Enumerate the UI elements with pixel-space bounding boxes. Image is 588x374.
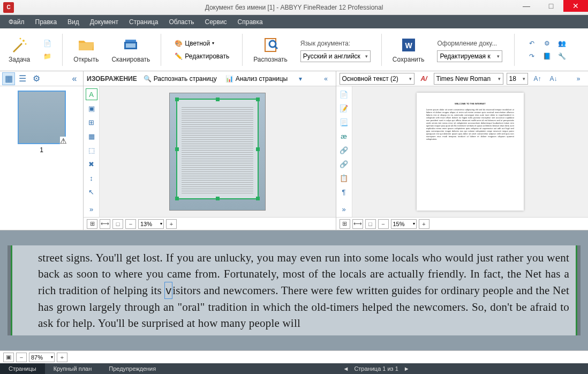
close-button[interactable]: ✕ <box>563 0 588 12</box>
table-area-tool[interactable]: ⊞ <box>86 116 97 128</box>
new-doc-icon[interactable]: 📄 <box>43 39 51 48</box>
palette-icon: 🎨 <box>174 39 183 48</box>
txt-tool-special[interactable]: æ <box>338 130 350 142</box>
txt-tool-2[interactable]: 📝 <box>338 102 350 114</box>
prev-page[interactable]: ◄ <box>343 365 349 372</box>
expand-tools[interactable]: » <box>86 203 97 215</box>
txt-fit-width[interactable]: ⟷ <box>352 219 363 229</box>
image-view[interactable] <box>100 86 336 217</box>
txt-fit-page[interactable]: ⊞ <box>340 219 350 229</box>
fit-width-btn[interactable]: ⟷ <box>100 219 110 229</box>
shrink-font-button[interactable]: A↓ <box>547 72 560 85</box>
scan-button[interactable]: Сканировать <box>107 34 154 65</box>
zoom-out-img[interactable]: − <box>125 219 136 229</box>
txt-tool-5[interactable]: 🔗 <box>338 158 350 170</box>
closeup-view[interactable]: street signs. You'll get lost. If you ar… <box>0 230 588 350</box>
uncertain-char[interactable]: v <box>164 282 172 299</box>
svg-rect-4 <box>125 40 136 42</box>
menu-area[interactable]: Область <box>163 16 199 28</box>
zoom-txt-select[interactable]: 15% <box>391 219 417 229</box>
delete-area-tool[interactable]: ✖ <box>86 158 97 170</box>
zoom-in-txt[interactable]: + <box>419 219 429 229</box>
open-button[interactable]: Открыть <box>69 34 103 65</box>
menu-document[interactable]: Документ <box>85 16 124 28</box>
recognize-page-button[interactable]: 🔍Распознать страницу <box>141 73 219 85</box>
undo-button[interactable]: ↶ <box>525 37 538 50</box>
redo-button[interactable]: ↷ <box>525 50 538 63</box>
edit-image-button[interactable]: ✏️Редактировать <box>172 50 231 62</box>
task-button[interactable]: Задача <box>4 34 34 65</box>
maximize-button[interactable]: □ <box>539 0 563 12</box>
menu-file[interactable]: Файл <box>3 16 30 28</box>
grow-font-button[interactable]: A↑ <box>531 72 544 85</box>
menu-tools[interactable]: Сервис <box>200 16 232 28</box>
recognize-small-icon: 🔍 <box>144 74 152 83</box>
status-tab-warnings[interactable]: Предупреждения <box>100 363 164 374</box>
txt-tool-6[interactable]: 📋 <box>338 172 350 184</box>
image-side-toolbar: A ▣ ⊞ ▦ ⬚ ✖ ↕ ↖ » <box>84 86 100 217</box>
thumb-list-view[interactable]: ☰ <box>16 72 29 85</box>
zoom-out-txt[interactable]: − <box>378 219 389 229</box>
language-dropdown[interactable]: Русский и английск <box>300 50 371 62</box>
menu-view[interactable]: Вид <box>62 16 85 28</box>
save-button[interactable]: W Сохранить <box>388 34 429 65</box>
page-indicator: Страница 1 из 1 <box>354 365 398 372</box>
txt-tool-4[interactable]: 🔗 <box>338 144 350 156</box>
collapse-image[interactable]: « <box>320 72 333 85</box>
text-view[interactable]: WELCOME TO THE INTERNET Lorem ipsum dolo… <box>352 86 589 217</box>
menu-edit[interactable]: Правка <box>30 16 63 28</box>
analyze-page-button[interactable]: 📊Анализ страницы <box>223 73 290 85</box>
recognize-icon <box>262 36 279 54</box>
zoom-img-select[interactable]: 13% <box>138 219 164 229</box>
status-tab-pages[interactable]: Страницы <box>0 363 45 374</box>
wand-icon <box>11 36 28 54</box>
fit-page-btn[interactable]: ⊞ <box>87 219 97 229</box>
style-dropdown[interactable]: Основной текст (2) <box>340 73 414 85</box>
expand-txt-tools[interactable]: » <box>338 203 350 215</box>
menu-page[interactable]: Страница <box>124 16 163 28</box>
color-mode-button[interactable]: 🎨Цветной ▾ <box>172 38 216 49</box>
status-tab-closeup[interactable]: Крупный план <box>45 363 101 374</box>
next-page[interactable]: ► <box>404 365 410 372</box>
picture-area-tool[interactable]: ▣ <box>86 102 97 114</box>
zoom-close-select[interactable]: 87% <box>29 353 55 362</box>
txt-tool-1[interactable]: 📄 <box>338 88 350 100</box>
thumb-settings[interactable]: ⚙ <box>30 72 43 85</box>
zoom-out-close[interactable]: − <box>16 353 27 362</box>
app-icon: C <box>3 2 14 13</box>
select-tool[interactable]: ⬚ <box>86 144 97 156</box>
window-title: Документ без имени [1] - ABBYY FineReade… <box>0 4 588 11</box>
zoom-in-close[interactable]: + <box>57 353 67 362</box>
open-doc-icon[interactable]: 📁 <box>43 52 51 61</box>
layout-dropdown[interactable]: Редактируемая к <box>437 50 502 62</box>
closeup-mode[interactable]: ▣ <box>3 353 14 362</box>
minimize-button[interactable]: — <box>514 0 539 12</box>
tools-button[interactable]: 🔧 <box>555 50 568 63</box>
recognize-button[interactable]: Распознать <box>249 34 292 65</box>
zoom-in-img[interactable]: + <box>166 219 177 229</box>
text-area-tool[interactable]: A <box>86 88 97 100</box>
thumb-grid-view[interactable]: ▦ <box>2 72 15 85</box>
txt-tool-3[interactable]: 📃 <box>338 116 350 128</box>
menu-help[interactable]: Справка <box>232 16 268 28</box>
actual-size-btn[interactable]: □ <box>112 219 123 229</box>
page-thumbnail[interactable]: 1 <box>18 91 66 154</box>
analyze-icon: 📊 <box>225 74 234 83</box>
task-extras: 📄 📁 <box>39 35 56 64</box>
options-button[interactable]: ⚙ <box>540 37 553 50</box>
img-more-button[interactable]: ▾ <box>294 72 307 85</box>
font-dropdown[interactable]: Times New Roman <box>434 73 503 85</box>
text-more[interactable]: » <box>572 72 585 85</box>
style-edit-button[interactable]: A/ <box>418 72 431 85</box>
folder-icon <box>78 36 95 54</box>
collapse-thumbs[interactable]: « <box>68 72 81 85</box>
dict-button[interactable]: 📘 <box>540 50 553 63</box>
txt-actual[interactable]: □ <box>365 219 376 229</box>
find-button[interactable]: 👥 <box>555 37 568 50</box>
order-tool[interactable]: ↕ <box>86 172 97 184</box>
txt-pilcrow[interactable]: ¶ <box>338 186 350 198</box>
font-size-dropdown[interactable]: 18 <box>507 73 528 85</box>
barcode-area-tool[interactable]: ▦ <box>86 130 97 142</box>
text-side-toolbar: 📄 📝 📃 æ 🔗 🔗 📋 ¶ » <box>336 86 352 217</box>
pointer-tool[interactable]: ↖ <box>86 186 97 198</box>
